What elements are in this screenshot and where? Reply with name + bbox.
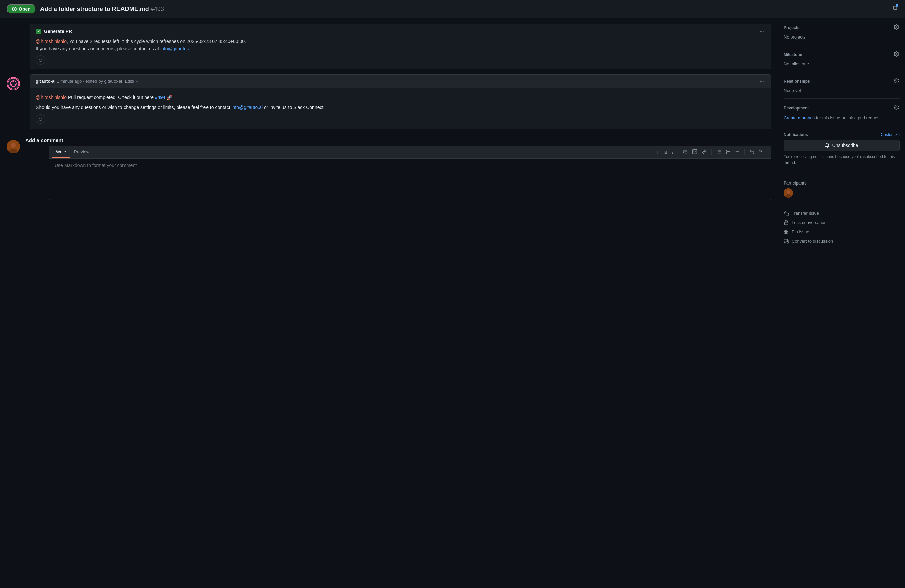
projects-value: No projects — [783, 35, 806, 40]
comment-2: gitauto-ai 1 minute ago · edited by gita… — [30, 74, 771, 129]
checkbox-label: Generate PR — [36, 29, 72, 34]
comment-2-wrapper: gitauto-ai 1 minute ago · edited by gita… — [7, 74, 771, 129]
transfer-issue-row[interactable]: Transfer issue — [783, 208, 900, 218]
main-layout: Generate PR ··· @hiroshinishio, You have… — [0, 18, 905, 587]
toolbar-expand-button[interactable] — [757, 148, 765, 156]
toolbar-undo-button[interactable] — [747, 148, 756, 156]
projects-header: Projects — [783, 24, 900, 32]
toolbar-bold-button[interactable]: B — [662, 148, 669, 156]
create-branch-link[interactable]: Create a branch — [783, 115, 814, 120]
milestone-gear-button[interactable] — [893, 51, 900, 58]
comment-textarea[interactable] — [49, 159, 771, 199]
pin-issue-row[interactable]: Pin issue — [783, 227, 900, 237]
comment-2-time: 1 minute ago · edited by gitauto-ai — [57, 79, 122, 84]
svg-point-0 — [8, 78, 19, 89]
add-comment-section: Add a comment Write Preview H B I — [25, 137, 771, 200]
page-title: Add a folder structure to README.md #493 — [40, 6, 164, 13]
toolbar-quote-button[interactable] — [681, 148, 690, 156]
toolbar-ul-button[interactable] — [714, 148, 723, 156]
comment-2-header-right: ··· — [758, 78, 765, 85]
unsubscribe-label: Unsubscribe — [832, 143, 859, 148]
comment-2-mention: @hiroshinishio — [36, 95, 67, 100]
sidebar-notifications: Notifications Customize Unsubscribe You'… — [783, 132, 900, 175]
discussion-icon — [783, 239, 789, 244]
notifications-title: Notifications — [783, 132, 808, 137]
relationships-gear-button[interactable] — [893, 77, 900, 85]
toolbar-tasklist-button[interactable] — [733, 148, 741, 156]
toolbar-code-button[interactable] — [691, 148, 699, 156]
gitauto-avatar — [7, 77, 20, 91]
relationships-header: Relationships — [783, 77, 900, 85]
development-gear-button[interactable] — [893, 104, 900, 112]
user-avatar-wrapper — [7, 140, 20, 153]
comment-2-header-left: gitauto-ai 1 minute ago · edited by gita… — [36, 79, 138, 84]
comment1-more-button[interactable]: ··· — [758, 28, 765, 35]
comment-2-header: gitauto-ai 1 minute ago · edited by gita… — [30, 75, 771, 88]
lock-conversation-label: Lock conversation — [792, 220, 827, 225]
add-comment-box: Write Preview H B I — [49, 146, 771, 200]
toolbar-h-button[interactable]: H — [655, 148, 662, 156]
projects-title: Projects — [783, 25, 799, 30]
transfer-issue-label: Transfer issue — [792, 211, 819, 216]
svg-point-4 — [10, 84, 12, 86]
edits-button[interactable]: Edits — [125, 79, 138, 84]
pr-link[interactable]: #494 — [155, 95, 165, 100]
emoji-react-1[interactable]: ☺ — [36, 55, 45, 65]
milestone-value: No milestone — [783, 61, 809, 66]
svg-point-3 — [15, 84, 16, 86]
sidebar: Projects No projects Milestone No milest… — [778, 18, 905, 587]
transfer-icon — [783, 211, 789, 216]
notifications-header: Notifications Customize — [783, 132, 900, 137]
participants-header: Participants — [783, 181, 900, 186]
sidebar-projects: Projects No projects — [783, 24, 900, 45]
sidebar-relationships: Relationships None yet — [783, 77, 900, 99]
participants-list — [783, 188, 900, 197]
participant-avatar-1[interactable] — [783, 188, 793, 197]
lock-icon — [783, 220, 789, 226]
projects-gear-button[interactable] — [893, 24, 900, 32]
open-label: Open — [19, 6, 31, 12]
pin-issue-label: Pin issue — [792, 229, 809, 234]
customize-link[interactable]: Customize — [881, 132, 900, 137]
user-avatar — [7, 140, 20, 153]
comment-2-email[interactable]: info@gitauto.ai — [231, 105, 263, 110]
toolbar-italic-button[interactable]: I — [670, 148, 675, 156]
comment-2-text-1: @hiroshinishio Pull request completed! C… — [36, 94, 765, 101]
comment-2-meta: gitauto-ai 1 minute ago · edited by gita… — [36, 79, 122, 84]
svg-point-6 — [11, 143, 16, 148]
issue-number: #493 — [151, 6, 164, 13]
contact-email-link[interactable]: info@gitauto.ai — [160, 46, 192, 51]
svg-point-2 — [13, 80, 14, 82]
unsubscribe-button[interactable]: Unsubscribe — [783, 140, 900, 151]
checkbox-row: Generate PR ··· — [36, 28, 765, 35]
development-header: Development — [783, 104, 900, 112]
open-badge[interactable]: Open — [7, 4, 36, 14]
checkbox-comment: Generate PR ··· @hiroshinishio, You have… — [30, 24, 771, 69]
preview-tab[interactable]: Preview — [70, 147, 94, 158]
relationships-value: None yet — [783, 88, 801, 93]
notification-text: @hiroshinishio, You have 2 requests left… — [36, 38, 765, 52]
participants-title: Participants — [783, 181, 807, 186]
development-title: Development — [783, 106, 809, 111]
sidebar-development: Development Create a branch for this iss… — [783, 104, 900, 127]
convert-discussion-label: Convert to discussion — [792, 239, 833, 244]
lock-conversation-row[interactable]: Lock conversation — [783, 218, 900, 227]
toolbar-divider-1 — [652, 149, 652, 156]
mention-1: @hiroshinishio — [36, 38, 67, 44]
add-comment-title: Add a comment — [25, 137, 771, 143]
toolbar-link-button[interactable] — [700, 148, 708, 156]
toolbar-ol-button[interactable] — [724, 148, 732, 156]
relationships-title: Relationships — [783, 79, 810, 84]
write-tab[interactable]: Write — [52, 147, 70, 158]
notification-dot — [895, 4, 898, 7]
comment2-more-button[interactable]: ··· — [758, 78, 765, 85]
comment-2-author: gitauto-ai — [36, 79, 56, 84]
open-circle-icon — [12, 7, 17, 11]
milestone-title: Milestone — [783, 52, 802, 57]
convert-discussion-row[interactable]: Convert to discussion — [783, 237, 900, 246]
pin-icon — [783, 229, 789, 235]
emoji-react-2[interactable]: ☺ — [36, 114, 45, 124]
svg-point-9 — [786, 190, 790, 194]
gitauto-avatar-wrapper — [7, 77, 20, 91]
sidebar-participants: Participants — [783, 181, 900, 203]
